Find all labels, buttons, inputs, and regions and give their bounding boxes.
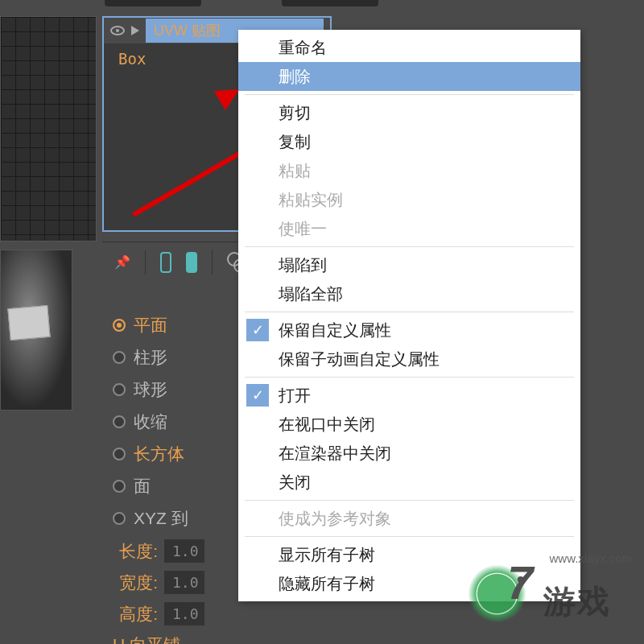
annotation-arrow: [132, 92, 237, 172]
param-label: 面: [134, 475, 151, 497]
param-label: XYZ 到: [134, 507, 188, 530]
menu-make-unique: 使唯一: [238, 214, 580, 243]
menu-delete[interactable]: 删除: [238, 62, 580, 91]
grid-display: [0, 16, 97, 242]
menu-label: 打开: [279, 385, 311, 407]
radio-icon[interactable]: [113, 448, 126, 460]
viewport-perspective[interactable]: [0, 250, 72, 411]
radio-icon[interactable]: [113, 383, 126, 396]
cube-object: [7, 305, 50, 341]
u-tile-label: U 向平铺: [113, 634, 274, 644]
menu-make-reference: 使成为参考对象: [238, 504, 580, 533]
menu-off-renderer[interactable]: 在渲染器中关闭: [238, 439, 580, 468]
watermark-text: 游戏: [543, 580, 611, 624]
show-end-result-icon[interactable]: [160, 252, 171, 273]
height-row: 高度: 1.0: [113, 602, 274, 625]
check-icon: ✓: [246, 319, 269, 341]
menu-separator: [245, 377, 574, 378]
menu-separator: [245, 312, 574, 312]
width-label: 宽度:: [113, 572, 158, 594]
site-watermark: www.xiayx.com 7 游戏: [463, 551, 640, 640]
menu-preserve-sub-anim[interactable]: 保留子动画自定义属性: [238, 345, 580, 374]
length-input[interactable]: 1.0: [164, 539, 204, 563]
menu-collapse-all[interactable]: 塌陷全部: [238, 279, 580, 308]
width-input[interactable]: 1.0: [164, 571, 204, 594]
radio-icon[interactable]: [113, 351, 126, 364]
make-unique-icon[interactable]: [186, 252, 197, 273]
menu-separator: [245, 536, 574, 537]
watermark-url: www.xiayx.com: [549, 551, 632, 565]
param-label: 球形: [134, 378, 167, 401]
tab-fragment: [282, 0, 378, 6]
check-icon: ✓: [246, 384, 269, 407]
menu-off-viewport[interactable]: 在视口中关闭: [238, 410, 580, 439]
menu-off[interactable]: 关闭: [238, 468, 580, 497]
menu-preserve-custom[interactable]: ✓ 保留自定义属性: [238, 316, 580, 345]
menu-cut[interactable]: 剪切: [238, 98, 580, 127]
expand-icon[interactable]: [131, 26, 139, 35]
viewport-top[interactable]: [0, 16, 97, 242]
param-label: 长方体: [134, 443, 184, 465]
menu-paste-instance: 粘贴实例: [238, 185, 580, 214]
param-label: 收缩: [134, 411, 167, 433]
menu-collapse-to[interactable]: 塌陷到: [238, 250, 580, 279]
param-label: 平面: [134, 314, 167, 336]
pin-icon[interactable]: [114, 254, 130, 270]
radio-icon[interactable]: [113, 319, 126, 332]
tab-fragment: [105, 0, 201, 6]
visibility-icon[interactable]: [110, 26, 125, 35]
watermark-number: 7: [507, 555, 533, 609]
menu-copy[interactable]: 复制: [238, 127, 580, 156]
toolbar-divider: [212, 250, 213, 275]
menu-paste: 粘贴: [238, 156, 580, 185]
menu-separator: [245, 500, 574, 501]
param-label: 柱形: [134, 346, 167, 369]
toolbar-divider: [145, 250, 146, 275]
menu-on[interactable]: ✓ 打开: [238, 381, 580, 410]
height-label: 高度:: [113, 603, 158, 625]
radio-icon[interactable]: [113, 480, 126, 493]
menu-separator: [245, 94, 574, 95]
height-input[interactable]: 1.0: [164, 602, 204, 625]
menu-separator: [245, 246, 574, 247]
radio-icon[interactable]: [113, 415, 126, 428]
menu-label: 保留自定义属性: [279, 320, 391, 341]
context-menu: 重命名 删除 剪切 复制 粘贴 粘贴实例 使唯一 塌陷到 塌陷全部 ✓ 保留自定…: [238, 30, 580, 601]
menu-rename[interactable]: 重命名: [238, 33, 580, 62]
radio-icon[interactable]: [113, 512, 126, 525]
length-label: 长度:: [113, 540, 158, 563]
